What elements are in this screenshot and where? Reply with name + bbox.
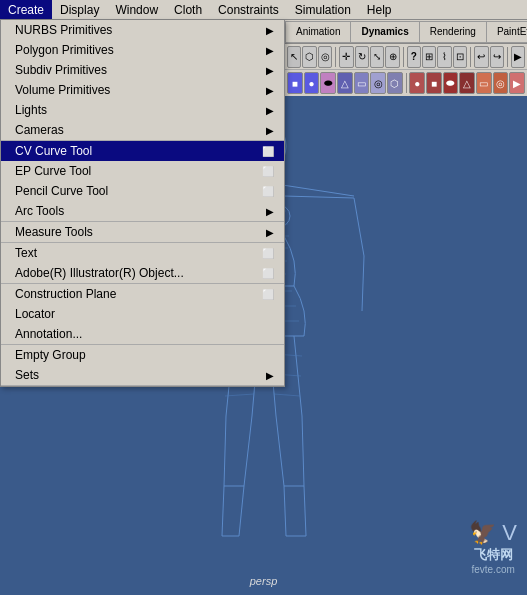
toolbar-icon-redo[interactable]: ↪ bbox=[490, 46, 504, 68]
toolbar-icon-select[interactable]: ↖ bbox=[287, 46, 301, 68]
menu-item-nurbs-primitives[interactable]: NURBS Primitives ▶ bbox=[1, 20, 284, 40]
menu-section-text: Text ⬜ Adobe(R) Illustrator(R) Object...… bbox=[1, 243, 284, 284]
toolbar-icon-scale[interactable]: ⤡ bbox=[370, 46, 384, 68]
menu-section-curve-tools: CV Curve Tool ⬜ EP Curve Tool ⬜ Pencil C… bbox=[1, 141, 284, 222]
menu-display[interactable]: Display bbox=[52, 0, 107, 19]
toolbar-icon-render[interactable]: ▶ bbox=[511, 46, 525, 68]
option-box-icon: ⬜ bbox=[262, 166, 274, 177]
menu-item-text[interactable]: Text ⬜ bbox=[1, 243, 284, 263]
svg-line-4 bbox=[276, 184, 354, 196]
toolbar-tabs: Animation Dynamics Rendering PaintEffect… bbox=[285, 20, 527, 44]
watermark-brand: 飞特网 bbox=[474, 546, 513, 564]
toolbar-icon-torus[interactable]: ◎ bbox=[370, 72, 386, 94]
toolbar-icon-arrow-right[interactable]: ▶ bbox=[509, 72, 525, 94]
svg-line-31 bbox=[274, 394, 300, 396]
menu-item-measure-tools[interactable]: Measure Tools ▶ bbox=[1, 222, 284, 242]
tab-dynamics[interactable]: Dynamics bbox=[350, 21, 418, 43]
toolbar-icon-poly-cone[interactable]: △ bbox=[459, 72, 475, 94]
toolbar-icon-history[interactable]: ↩ bbox=[474, 46, 488, 68]
toolbar-icon-sphere[interactable]: ● bbox=[304, 72, 320, 94]
menu-item-pencil-curve-tool[interactable]: Pencil Curve Tool ⬜ bbox=[1, 181, 284, 201]
toolbar-icon-help[interactable]: ? bbox=[407, 46, 421, 68]
submenu-arrow: ▶ bbox=[266, 125, 274, 136]
toolbar-icon-plane[interactable]: ▭ bbox=[354, 72, 370, 94]
tab-rendering[interactable]: Rendering bbox=[419, 21, 486, 43]
toolbar-icon-poly-torus[interactable]: ◎ bbox=[493, 72, 509, 94]
submenu-arrow: ▶ bbox=[266, 45, 274, 56]
menu-item-construction-plane[interactable]: Construction Plane ⬜ bbox=[1, 284, 284, 304]
separator bbox=[403, 47, 404, 67]
separator bbox=[470, 47, 471, 67]
menu-section-construction: Construction Plane ⬜ Locator Annotation.… bbox=[1, 284, 284, 345]
toolbar-icon-lasso[interactable]: ⬡ bbox=[302, 46, 316, 68]
menu-item-subdiv-primitives[interactable]: Subdiv Primitives ▶ bbox=[1, 60, 284, 80]
toolbar-icon-snap-grid[interactable]: ⊞ bbox=[422, 46, 436, 68]
watermark: 🦅 V 飞特网 fevte.com bbox=[469, 520, 517, 575]
toolbar-icon-cone[interactable]: △ bbox=[337, 72, 353, 94]
toolbar-icon-snap-point[interactable]: ⊡ bbox=[453, 46, 467, 68]
menu-item-volume-primitives[interactable]: Volume Primitives ▶ bbox=[1, 80, 284, 100]
toolbar-icon-cylinder[interactable]: ⬬ bbox=[320, 72, 336, 94]
toolbar-icon-paint[interactable]: ◎ bbox=[318, 46, 332, 68]
menu-item-empty-group[interactable]: Empty Group bbox=[1, 345, 284, 365]
menu-create[interactable]: Create bbox=[0, 0, 52, 19]
submenu-arrow: ▶ bbox=[266, 206, 274, 217]
toolbar-icon-move[interactable]: ✛ bbox=[339, 46, 353, 68]
option-box-icon: ⬜ bbox=[262, 268, 274, 279]
watermark-url: fevte.com bbox=[471, 564, 514, 575]
toolbar-icons-row1: ↖ ⬡ ◎ ✛ ↻ ⤡ ⊕ ? ⊞ ⌇ ⊡ ↩ ↪ ▶ bbox=[285, 44, 527, 70]
menu-item-locator[interactable]: Locator bbox=[1, 304, 284, 324]
option-box-icon: ⬜ bbox=[262, 146, 274, 157]
menu-section-measure: Measure Tools ▶ bbox=[1, 222, 284, 243]
submenu-arrow: ▶ bbox=[266, 25, 274, 36]
separator bbox=[335, 47, 336, 67]
toolbar-icon-rotate[interactable]: ↻ bbox=[355, 46, 369, 68]
submenu-arrow: ▶ bbox=[266, 85, 274, 96]
menu-bar: Create Display Window Cloth Constraints … bbox=[0, 0, 527, 20]
toolbar-icon-snap-curve[interactable]: ⌇ bbox=[437, 46, 451, 68]
menu-simulation[interactable]: Simulation bbox=[287, 0, 359, 19]
submenu-arrow: ▶ bbox=[266, 227, 274, 238]
menu-constraints[interactable]: Constraints bbox=[210, 0, 287, 19]
tab-painteffects[interactable]: PaintEffects bbox=[486, 21, 527, 43]
option-box-icon: ⬜ bbox=[262, 289, 274, 300]
svg-line-28 bbox=[225, 394, 254, 396]
viewport-perspective-label: persp bbox=[250, 575, 278, 587]
create-dropdown-menu: NURBS Primitives ▶ Polygon Primitives ▶ … bbox=[0, 20, 285, 387]
toolbar-icon-poly-sphere[interactable]: ● bbox=[409, 72, 425, 94]
tab-animation[interactable]: Animation bbox=[285, 21, 350, 43]
menu-cloth[interactable]: Cloth bbox=[166, 0, 210, 19]
menu-item-cameras[interactable]: Cameras ▶ bbox=[1, 120, 284, 140]
toolbar-icon-universal[interactable]: ⊕ bbox=[385, 46, 399, 68]
svg-line-12 bbox=[362, 256, 364, 311]
svg-line-10 bbox=[284, 196, 354, 198]
submenu-arrow: ▶ bbox=[266, 370, 274, 381]
menu-help[interactable]: Help bbox=[359, 0, 400, 19]
toolbar-icon-cube[interactable]: ■ bbox=[287, 72, 303, 94]
svg-line-11 bbox=[354, 198, 364, 256]
menu-item-illustrator-object[interactable]: Adobe(R) Illustrator(R) Object... ⬜ bbox=[1, 263, 284, 283]
menu-section-primitives: NURBS Primitives ▶ Polygon Primitives ▶ … bbox=[1, 20, 284, 141]
separator bbox=[406, 73, 407, 93]
toolbar-icons-row2: ■ ● ⬬ △ ▭ ◎ ⬡ ● ■ ⬬ △ ▭ ◎ ▶ bbox=[285, 70, 527, 96]
watermark-wings-icon: 🦅 V bbox=[469, 520, 517, 546]
menu-section-groups: Empty Group Sets ▶ bbox=[1, 345, 284, 386]
menu-item-lights[interactable]: Lights ▶ bbox=[1, 100, 284, 120]
toolbar-icon-subdiv[interactable]: ⬡ bbox=[387, 72, 403, 94]
menu-item-annotation[interactable]: Annotation... bbox=[1, 324, 284, 344]
submenu-arrow: ▶ bbox=[266, 65, 274, 76]
menu-item-polygon-primitives[interactable]: Polygon Primitives ▶ bbox=[1, 40, 284, 60]
option-box-icon: ⬜ bbox=[262, 248, 274, 259]
menu-item-ep-curve-tool[interactable]: EP Curve Tool ⬜ bbox=[1, 161, 284, 181]
menu-item-arc-tools[interactable]: Arc Tools ▶ bbox=[1, 201, 284, 221]
submenu-arrow: ▶ bbox=[266, 105, 274, 116]
option-box-icon: ⬜ bbox=[262, 186, 274, 197]
toolbar-icon-poly-cube[interactable]: ■ bbox=[426, 72, 442, 94]
menu-window[interactable]: Window bbox=[107, 0, 166, 19]
toolbar-icon-poly-cyl[interactable]: ⬬ bbox=[443, 72, 459, 94]
separator bbox=[507, 47, 508, 67]
menu-item-sets[interactable]: Sets ▶ bbox=[1, 365, 284, 385]
menu-item-cv-curve-tool[interactable]: CV Curve Tool ⬜ bbox=[1, 141, 284, 161]
toolbar-icon-poly-plane[interactable]: ▭ bbox=[476, 72, 492, 94]
